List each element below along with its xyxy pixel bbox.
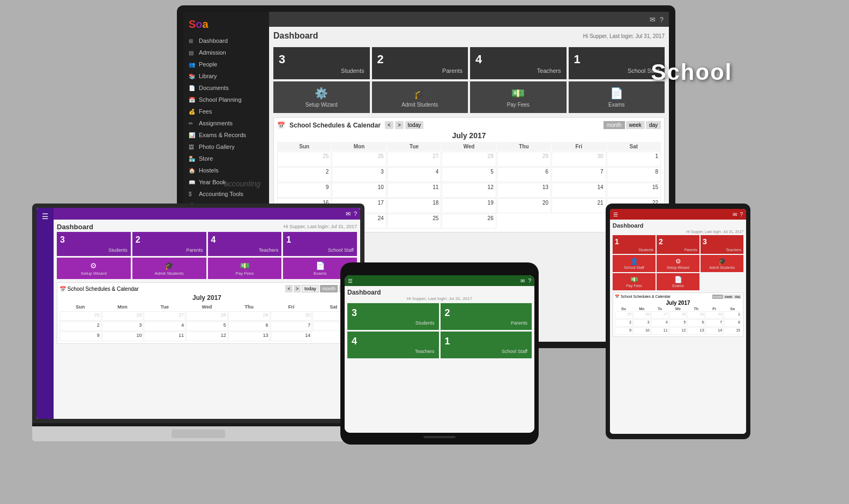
cal-day[interactable]: 3 xyxy=(332,167,386,182)
tablet-cal-day[interactable]: 1 xyxy=(724,311,741,319)
tablet-action-setup[interactable]: ⚙Setup Wizard xyxy=(657,255,699,272)
laptop-cal-day[interactable]: 12 xyxy=(186,332,228,341)
laptop-cal-day[interactable]: 30 xyxy=(271,311,312,321)
stat-card-teachers[interactable]: 4 Teachers xyxy=(470,47,567,79)
tablet-cal-day[interactable]: 9 xyxy=(615,327,632,335)
cal-day[interactable]: 29 xyxy=(497,152,551,167)
cal-day[interactable]: 27 xyxy=(387,152,441,167)
laptop-cal-month-btn[interactable]: month xyxy=(320,285,338,292)
tablet-cal-day[interactable]: 8 xyxy=(724,319,741,327)
cal-day[interactable]: 5 xyxy=(442,167,496,182)
tablet-cal-day-btn[interactable]: day xyxy=(734,295,741,299)
phone-stat-students[interactable]: 3Students xyxy=(347,303,439,330)
sidebar-item-admission[interactable]: ▤Admission xyxy=(183,47,269,58)
phone-stat-parents[interactable]: 2Parents xyxy=(441,303,532,330)
cal-day[interactable]: 20 xyxy=(497,198,551,213)
sidebar-item-exams[interactable]: 📊Exams & Records xyxy=(183,129,269,141)
cal-day[interactable]: 15 xyxy=(607,183,661,198)
cal-day[interactable]: 10 xyxy=(332,183,386,198)
laptop-cal-day[interactable]: 5 xyxy=(186,321,228,331)
tablet-cal-month-btn[interactable]: month xyxy=(712,295,724,299)
sidebar-item-hostels[interactable]: 🏠Hostels xyxy=(183,164,269,176)
cal-day[interactable]: 19 xyxy=(442,198,496,213)
tablet-cal-day[interactable]: 26 xyxy=(633,311,651,319)
laptop-trackpad[interactable] xyxy=(172,430,225,438)
sidebar-item-accounting[interactable]: $Accounting Tools xyxy=(183,188,269,200)
laptop-cal-today[interactable]: today xyxy=(302,285,319,292)
laptop-mail-icon[interactable]: ✉ xyxy=(346,210,351,217)
cal-day[interactable]: 9 xyxy=(277,183,331,198)
tablet-stat-teachers[interactable]: 3Teachers xyxy=(701,235,743,254)
laptop-cal-day[interactable]: 3 xyxy=(102,321,144,331)
tablet-cal-day[interactable]: 28 xyxy=(669,311,687,319)
sidebar-item-gallery[interactable]: 🖼Photo Gallery xyxy=(183,141,269,153)
laptop-cal-day[interactable]: 6 xyxy=(228,321,270,331)
laptop-cal-day[interactable]: 13 xyxy=(228,332,270,341)
laptop-cal-day[interactable]: 7 xyxy=(271,321,312,331)
stat-card-students[interactable]: 3 Students xyxy=(273,47,370,79)
cal-week-button[interactable]: week xyxy=(626,121,645,129)
laptop-cal-day[interactable]: 27 xyxy=(144,311,185,321)
cal-next-button[interactable]: > xyxy=(395,121,404,129)
cal-prev-button[interactable]: < xyxy=(385,121,393,129)
cal-month-button[interactable]: month xyxy=(604,121,625,129)
cal-day[interactable]: 2 xyxy=(277,167,331,182)
tablet-cal-day[interactable]: 2 xyxy=(615,319,632,327)
tablet-cal-day[interactable]: 13 xyxy=(687,327,705,335)
mail-icon[interactable]: ✉ xyxy=(650,16,656,24)
laptop-cal-day[interactable]: 29 xyxy=(228,311,270,321)
cal-day[interactable]: 30 xyxy=(552,152,606,167)
cal-day[interactable]: 4 xyxy=(387,167,441,182)
sidebar-item-people[interactable]: 👥People xyxy=(183,58,269,70)
cal-today-button[interactable]: today xyxy=(405,121,423,129)
cal-day[interactable]: 8 xyxy=(607,167,661,182)
laptop-cal-day[interactable]: 14 xyxy=(271,332,312,341)
laptop-cal-day[interactable]: 4 xyxy=(144,321,185,331)
cal-day[interactable]: 26 xyxy=(442,214,496,229)
sidebar-item-documents[interactable]: 📄Documents xyxy=(183,82,269,94)
tablet-cal-day[interactable]: 14 xyxy=(705,327,723,335)
cal-day[interactable]: 21 xyxy=(552,198,606,213)
tablet-cal-day[interactable]: 12 xyxy=(669,327,687,335)
cal-day[interactable]: 12 xyxy=(442,183,496,198)
cal-day[interactable]: 13 xyxy=(497,183,551,198)
tablet-cal-day[interactable]: 11 xyxy=(651,327,669,335)
tablet-mail-icon[interactable]: ✉ xyxy=(733,212,737,217)
sidebar-item-library[interactable]: 📚Library xyxy=(183,70,269,82)
tablet-action-admit[interactable]: 🎓Admit Students xyxy=(701,255,743,272)
laptop-cal-next[interactable]: > xyxy=(294,285,301,292)
stat-card-parents[interactable]: 2 Parents xyxy=(372,47,468,79)
laptop-cal-day[interactable]: 25 xyxy=(59,311,101,321)
tablet-stat-parents[interactable]: 2Parents xyxy=(657,235,699,254)
laptop-stat-students[interactable]: 3Students xyxy=(57,232,131,256)
laptop-cal-day[interactable]: 11 xyxy=(144,332,185,341)
sidebar-item-fees[interactable]: 💰Fees xyxy=(183,106,269,117)
laptop-help-icon[interactable]: ? xyxy=(354,210,357,217)
cal-day[interactable]: 7 xyxy=(552,167,606,182)
tablet-action-exams[interactable]: 📄Exams xyxy=(657,273,699,290)
cal-day[interactable]: 25 xyxy=(387,214,441,229)
sidebar-item-dashboard[interactable]: ⊞Dashboard xyxy=(183,35,269,47)
tablet-help-icon[interactable]: ? xyxy=(740,212,743,217)
tablet-cal-day[interactable]: 29 xyxy=(687,311,705,319)
tablet-cal-day[interactable]: 15 xyxy=(724,327,741,335)
laptop-menu-icon[interactable]: ☰ xyxy=(42,212,49,221)
tablet-cal-day[interactable]: 10 xyxy=(633,327,651,335)
sidebar-item-planning[interactable]: 📅School Planning xyxy=(183,94,269,106)
tablet-cal-day[interactable]: 3 xyxy=(633,319,651,327)
action-admit-students[interactable]: 🎓 Admit Students xyxy=(372,81,468,113)
cal-day-button[interactable]: day xyxy=(646,121,661,129)
action-pay-fees[interactable]: 💵 Pay Fees xyxy=(470,81,567,113)
laptop-stat-parents[interactable]: 2Parents xyxy=(132,232,206,256)
laptop-cal-day[interactable]: 2 xyxy=(59,321,101,331)
sidebar-item-store[interactable]: 🏪Store xyxy=(183,153,269,164)
laptop-action-fees[interactable]: 💵Pay Fees xyxy=(208,258,282,279)
sidebar-item-assignments[interactable]: ✏Assignments xyxy=(183,117,269,129)
tablet-cal-day[interactable]: 4 xyxy=(651,319,669,327)
laptop-cal-day[interactable]: 26 xyxy=(102,311,144,321)
cal-day[interactable]: 25 xyxy=(277,152,331,167)
cal-day[interactable]: 18 xyxy=(387,198,441,213)
cal-day[interactable]: 28 xyxy=(442,152,496,167)
tablet-cal-day[interactable]: 5 xyxy=(669,319,687,327)
phone-stat-staff[interactable]: 1School Staff xyxy=(441,332,532,358)
